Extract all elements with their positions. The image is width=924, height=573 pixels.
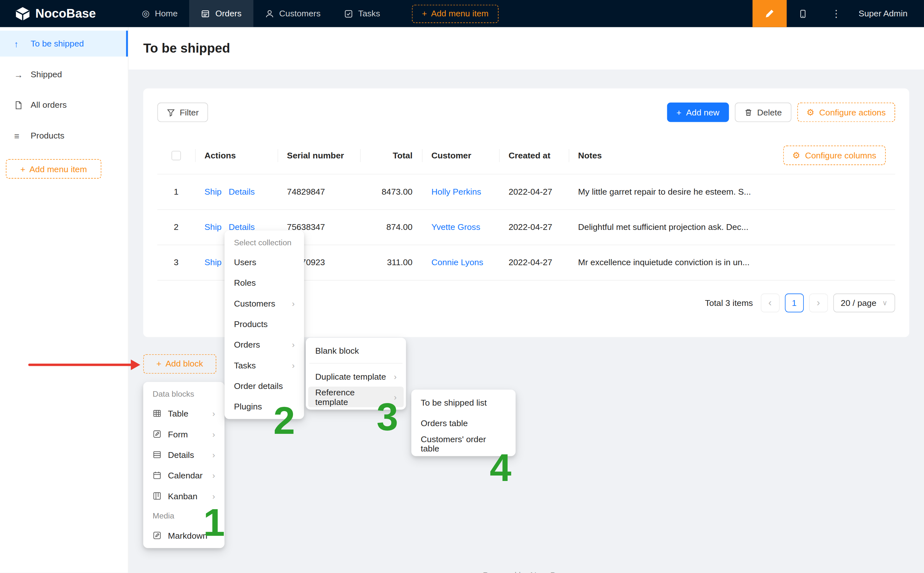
more-menu-button[interactable]: ⋮ xyxy=(820,0,853,27)
gear-icon: ⚙ xyxy=(792,151,800,160)
menu-item-tasks[interactable]: Tasks› xyxy=(227,355,302,375)
menu-item-orders[interactable]: Orders› xyxy=(227,334,302,355)
cell-notes: Delightful met sufficient projection ask… xyxy=(569,209,895,244)
menu-item-form[interactable]: Form › xyxy=(145,424,222,445)
configure-columns-button[interactable]: ⚙ Configure columns xyxy=(783,146,885,165)
menu-item-customers[interactable]: Customers› xyxy=(227,293,302,313)
pagination-page-1[interactable]: 1 xyxy=(785,293,804,312)
chevron-right-icon: › xyxy=(212,429,215,438)
customer-link[interactable]: Yvette Gross xyxy=(431,222,480,232)
nav-item-label: Orders xyxy=(216,9,241,18)
ship-link[interactable]: Ship xyxy=(205,187,222,196)
pagination-next-button[interactable]: › xyxy=(809,293,828,312)
select-all-checkbox[interactable] xyxy=(172,151,181,160)
markdown-block-icon xyxy=(153,531,162,540)
column-header-serial: Serial number xyxy=(278,137,360,174)
row-index: 1 xyxy=(158,174,195,209)
add-block-button[interactable]: + Add block xyxy=(143,354,216,374)
toolbar-right: + Add new Delete ⚙ Configure actions xyxy=(667,103,895,122)
column-header-notes: Notes xyxy=(578,151,602,160)
chevron-right-icon: › xyxy=(212,409,215,418)
mobile-preview-button[interactable] xyxy=(787,0,820,27)
navbar-right: ⋮ Super Admin xyxy=(752,0,924,27)
menu-item-details[interactable]: Details › xyxy=(145,445,222,465)
pagination-prev-button[interactable]: ‹ xyxy=(760,293,779,312)
select-collection-menu: Select collection Users Roles Customers›… xyxy=(224,230,304,419)
configure-actions-button[interactable]: ⚙ Configure actions xyxy=(797,103,895,122)
menu-item-table[interactable]: Table › xyxy=(145,403,222,424)
orders-icon xyxy=(201,9,210,18)
plus-icon: + xyxy=(677,107,682,117)
column-header-total: Total xyxy=(360,137,422,174)
chevron-right-icon: › xyxy=(292,340,295,349)
sidebar-item-all-orders[interactable]: All orders xyxy=(0,92,128,118)
chevron-right-icon: › xyxy=(292,299,295,308)
menu-item-calendar[interactable]: Calendar › xyxy=(145,465,222,485)
details-link[interactable]: Details xyxy=(228,187,255,196)
menu-item-orders-table[interactable]: Orders table xyxy=(414,413,513,433)
nav-item-orders[interactable]: Orders xyxy=(189,0,253,27)
cell-total: 8473.00 xyxy=(360,174,422,209)
menu-item-users[interactable]: Users xyxy=(227,252,302,272)
kanban-block-icon xyxy=(153,492,162,501)
nav-item-tasks[interactable]: Tasks xyxy=(332,0,392,27)
cell-total: 311.00 xyxy=(360,245,422,280)
customer-link[interactable]: Connie Lyons xyxy=(431,257,483,267)
powered-by: Powered by NocoBase xyxy=(128,571,924,573)
add-new-button[interactable]: + Add new xyxy=(667,103,729,122)
page-header: To be shipped xyxy=(128,27,924,70)
menu-item-to-be-shipped-list[interactable]: To be shipped list xyxy=(414,392,513,412)
filter-icon xyxy=(167,108,175,116)
cell-notes: My little garret repair to desire he est… xyxy=(569,174,895,209)
menu-item-roles[interactable]: Roles xyxy=(227,272,302,293)
nav-item-label: Tasks xyxy=(358,9,380,18)
chevron-right-icon: › xyxy=(816,297,820,308)
more-icon: ⋮ xyxy=(831,7,841,20)
ui-editor-button[interactable] xyxy=(752,0,787,27)
menu-item-blank-block[interactable]: Blank block xyxy=(308,340,403,361)
page-title: To be shipped xyxy=(143,41,230,56)
nav-item-customers[interactable]: Customers xyxy=(253,0,332,27)
menu-item-order-details[interactable]: Order details xyxy=(227,376,302,396)
navbar-add-menu-item-button[interactable]: + Add menu item xyxy=(412,5,499,23)
details-block-icon xyxy=(153,450,162,459)
filter-button[interactable]: Filter xyxy=(158,103,208,122)
file-icon xyxy=(14,100,23,110)
plus-icon: + xyxy=(156,359,162,368)
chevron-right-icon: › xyxy=(212,450,215,459)
column-header-actions: Actions xyxy=(195,137,277,174)
menu-item-duplicate-template[interactable]: Duplicate template› xyxy=(308,366,403,387)
menu-item-products[interactable]: Products xyxy=(227,313,302,334)
column-header-customer: Customer xyxy=(422,137,499,174)
arrow-head-icon xyxy=(131,359,140,370)
cell-serial: 74829847 xyxy=(278,174,360,209)
brand[interactable]: NocoBase xyxy=(0,6,114,21)
brand-name: NocoBase xyxy=(35,6,96,20)
trash-icon xyxy=(744,108,752,116)
sidebar-item-products[interactable]: ≡ Products xyxy=(0,122,128,149)
ship-link[interactable]: Ship xyxy=(205,257,222,267)
top-navbar: NocoBase ◎ Home Orders Customers xyxy=(0,0,924,27)
ship-link[interactable]: Ship xyxy=(205,222,222,232)
home-icon: ◎ xyxy=(142,8,149,19)
sidebar-item-to-be-shipped[interactable]: ↑ To be shipped xyxy=(0,31,128,57)
sidebar-item-shipped[interactable]: → Shipped xyxy=(0,61,128,87)
user-menu[interactable]: Super Admin xyxy=(858,9,908,18)
menu-group-title: Select collection xyxy=(227,233,302,252)
calendar-block-icon xyxy=(153,471,162,480)
plus-icon: + xyxy=(20,164,25,174)
list-icon: ≡ xyxy=(14,130,23,141)
sidebar-add-menu-item-button[interactable]: + Add menu item xyxy=(6,159,101,178)
nav-item-label: Customers xyxy=(279,9,321,18)
sidebar-item-label: Shipped xyxy=(31,70,62,79)
annotation-step-4: 4 xyxy=(489,448,511,487)
delete-button[interactable]: Delete xyxy=(735,103,791,122)
chevron-left-icon: ‹ xyxy=(769,297,772,308)
nav-item-home[interactable]: ◎ Home xyxy=(130,0,189,27)
chevron-right-icon: › xyxy=(394,372,397,381)
annotation-step-3: 3 xyxy=(377,397,398,436)
menu-group-title: Data blocks xyxy=(145,384,222,403)
page-size-select[interactable]: 20 / page ∨ xyxy=(833,293,895,312)
customer-link[interactable]: Holly Perkins xyxy=(431,187,481,196)
arrow-up-icon: ↑ xyxy=(14,39,23,49)
